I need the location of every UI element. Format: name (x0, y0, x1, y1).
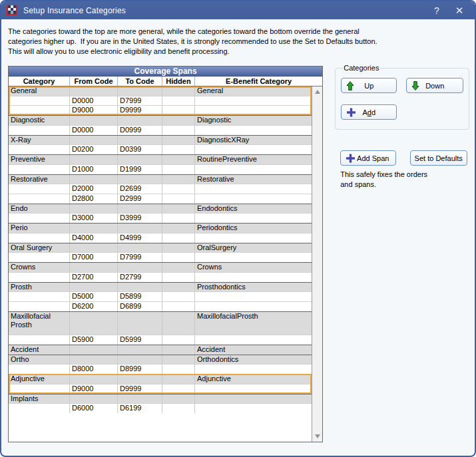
grid-title: Coverage Spans (9, 67, 322, 76)
category-row[interactable]: AccidentAccident (9, 345, 312, 355)
main-content: Coverage Spans Category From Code To Cod… (8, 66, 475, 442)
hidden-cell (162, 384, 195, 394)
span-row[interactable]: D9000D9999 (9, 106, 312, 115)
arrow-down-icon (411, 80, 419, 90)
category-row[interactable]: CrownsCrowns (9, 263, 312, 273)
from-code-cell: D0200 (70, 145, 118, 154)
category-row[interactable]: RestorativeRestorative (9, 175, 312, 185)
ebenefit-cell: Restorative (195, 175, 312, 184)
ebenefit-cell (195, 394, 312, 404)
span-row[interactable]: D6000D6199 (9, 404, 312, 413)
add-span-button-label: Add Span (357, 154, 389, 162)
right-panel: Categories Up Down (330, 64, 475, 442)
span-row[interactable]: D5900D5999 (9, 335, 312, 345)
ebenefit-cell: Accident (195, 345, 312, 355)
category-row[interactable]: PreventiveRoutinePreventive (9, 155, 312, 165)
ebenefit-cell: Periodontics (195, 224, 312, 233)
set-to-defaults-button[interactable]: Set to Defaults (410, 150, 467, 166)
from-code-cell: D5000 (70, 292, 118, 301)
ebenefit-cell: Orthodontics (195, 355, 312, 365)
scroll-down-icon[interactable] (315, 434, 320, 438)
description-line-2: categories higher up. If you are in the … (8, 37, 377, 45)
span-row[interactable]: D2800D2999 (9, 194, 312, 204)
from-code-cell: D4000 (70, 233, 118, 243)
to-code-cell: D5899 (118, 292, 162, 301)
from-code-cell: D9000 (70, 106, 118, 115)
add-category-button[interactable]: Add (341, 104, 397, 120)
defaults-note: This safely fixes the orders and spans. (340, 170, 475, 189)
hidden-cell (162, 283, 195, 292)
column-header-ebenefit: E-Benefit Category (195, 76, 322, 86)
span-row[interactable]: D9000D9999 (9, 384, 312, 394)
defaults-note-line-2: and spans. (340, 180, 475, 190)
hidden-cell (162, 145, 195, 154)
hidden-cell (162, 155, 195, 164)
category-row[interactable]: X-RayDiagnosticXRay (9, 136, 312, 146)
from-code-cell: D1000 (70, 165, 118, 174)
hidden-cell (162, 375, 195, 384)
grid-rows: GeneralGeneralD0000D7999D9000D9999Diagno… (9, 86, 312, 442)
coverage-group: RestorativeRestorativeD2000D2699D2800D29… (9, 174, 312, 204)
span-row[interactable]: D6200D6899 (9, 302, 312, 311)
to-code-cell: D2999 (118, 194, 162, 204)
up-button-label: Up (364, 82, 373, 90)
hidden-cell (162, 312, 195, 335)
column-header-to-code: To Code (118, 76, 162, 86)
add-span-button[interactable]: Add Span (340, 150, 396, 166)
span-row[interactable]: D1000D1999 (9, 165, 312, 174)
hidden-cell (162, 273, 195, 282)
help-button[interactable]: ? (425, 3, 448, 18)
setup-insurance-categories-dialog: Setup Insurance Categories ? ✕ The categ… (0, 0, 476, 457)
hidden-cell (162, 126, 195, 135)
span-row[interactable]: D2000D2699 (9, 184, 312, 194)
category-row[interactable]: Maxillofacial ProsthMaxillofacialProsth (9, 312, 312, 335)
from-code-cell: D5900 (70, 335, 118, 345)
category-row[interactable]: OrthoOrthodontics (9, 355, 312, 365)
to-code-cell: D3999 (118, 214, 162, 223)
category-row[interactable]: DiagnosticDiagnostic (9, 116, 312, 126)
span-row[interactable]: D2700D2799 (9, 273, 312, 282)
close-button[interactable]: ✕ (448, 3, 471, 18)
coverage-group: GeneralGeneralD0000D7999D9000D9999 (9, 86, 312, 115)
down-button[interactable]: Down (406, 78, 463, 93)
to-code-cell: D7999 (118, 253, 162, 262)
hidden-cell (162, 136, 195, 145)
hidden-cell (162, 106, 195, 115)
vertical-scrollbar[interactable] (312, 86, 322, 442)
app-logo-icon (7, 5, 17, 15)
span-row[interactable]: D0200D0399 (9, 145, 312, 154)
description-text: The categories toward the top are more g… (8, 27, 475, 56)
to-code-cell: D6899 (118, 302, 162, 311)
scroll-up-icon[interactable] (315, 90, 320, 94)
hidden-cell (162, 302, 195, 311)
category-row[interactable]: Oral SurgeryOralSurgery (9, 243, 312, 253)
title-bar: Setup Insurance Categories ? ✕ (1, 1, 475, 19)
category-row[interactable]: GeneralGeneral (9, 86, 312, 96)
category-row[interactable]: ProsthProsthodontics (9, 283, 312, 293)
coverage-group: OrthoOrthodonticsD8000D8999 (9, 355, 312, 375)
span-row[interactable]: D8000D8999 (9, 365, 312, 374)
window-title: Setup Insurance Categories (23, 6, 425, 15)
coverage-group: Maxillofacial ProsthMaxillofacialProsthD… (9, 311, 312, 345)
category-cell: Prosth (9, 283, 70, 292)
category-cell: Adjunctive (9, 375, 70, 384)
span-row[interactable]: D0000D7999 (9, 96, 312, 106)
ebenefit-cell: DiagnosticXRay (195, 136, 312, 145)
category-row[interactable]: EndoEndodontics (9, 204, 312, 214)
category-row[interactable]: Implants (9, 394, 312, 404)
hidden-cell (162, 214, 195, 223)
up-button[interactable]: Up (341, 78, 397, 93)
to-code-cell: D4999 (118, 233, 162, 243)
to-code-cell: D5999 (118, 335, 162, 345)
span-row[interactable]: D4000D4999 (9, 233, 312, 243)
from-code-cell: D2000 (70, 184, 118, 194)
category-cell: Restorative (9, 175, 70, 184)
span-row[interactable]: D3000D3999 (9, 214, 312, 223)
category-row[interactable]: PerioPeriodontics (9, 224, 312, 233)
span-row[interactable]: D7000D7999 (9, 253, 312, 262)
span-row[interactable]: D0000D0999 (9, 126, 312, 135)
hidden-cell (162, 86, 195, 96)
category-row[interactable]: AdjunctiveAdjunctive (9, 375, 312, 384)
span-row[interactable]: D5000D5899 (9, 292, 312, 302)
hidden-cell (162, 184, 195, 194)
